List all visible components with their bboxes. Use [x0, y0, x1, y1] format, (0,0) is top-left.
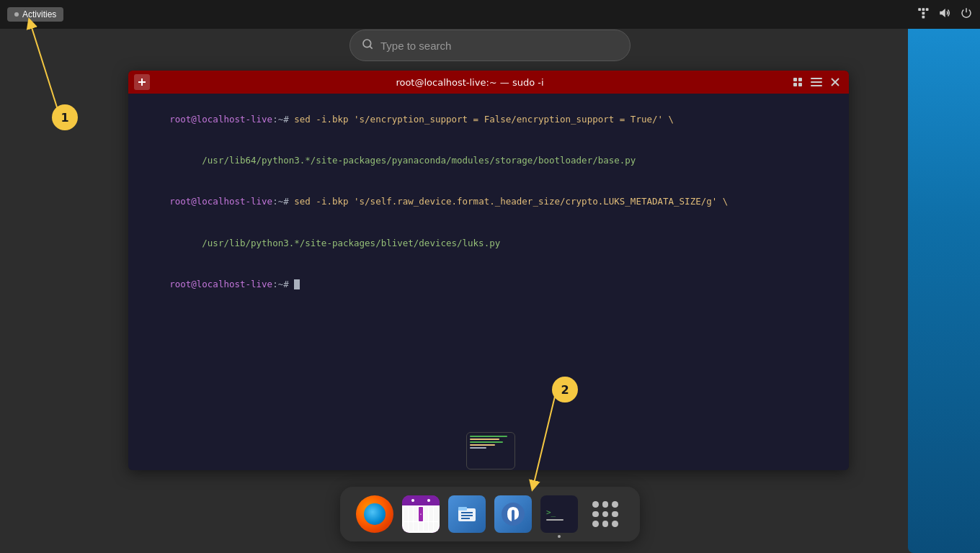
terminal-line-5: root@localhost-live:~#: [137, 264, 840, 305]
terminal-body[interactable]: root@localhost-live:~# sed -i.bkp 's/enc…: [128, 94, 849, 470]
calendar-body: •: [402, 505, 440, 533]
firefox-inner-globe: [364, 503, 386, 525]
terminal-thumbnail[interactable]: [466, 432, 515, 469]
top-bar: Activities: [0, 0, 980, 29]
dock-item-fedora[interactable]: [493, 494, 533, 534]
top-bar-right: [917, 6, 973, 22]
terminal-grid-button[interactable]: [790, 74, 806, 90]
firefox-icon: [356, 495, 393, 533]
terminal-line-3: root@localhost-live:~# sed -i.bkp 's/sel…: [137, 182, 840, 222]
appgrid-icon: [587, 495, 624, 533]
svg-rect-19: [458, 507, 467, 511]
svg-rect-2: [926, 8, 929, 11]
terminal-close-button[interactable]: [827, 74, 843, 90]
network-icon[interactable]: [917, 6, 930, 22]
svg-rect-3: [922, 12, 925, 15]
dock-item-appgrid[interactable]: [585, 494, 625, 534]
right-panel: [908, 0, 980, 553]
calendar-icon: •: [402, 495, 440, 533]
svg-rect-12: [798, 78, 802, 81]
calendar-top: [402, 495, 440, 505]
annotation-badge-1: 1: [52, 104, 78, 130]
terminal-line-1: root@localhost-live:~# sed -i.bkp 's/enc…: [137, 99, 840, 140]
dock-active-indicator: [558, 535, 561, 538]
dock: • >_: [340, 487, 640, 541]
svg-rect-4: [922, 16, 925, 19]
activities-label: Activities: [22, 9, 56, 19]
svg-rect-11: [793, 78, 797, 81]
svg-rect-13: [793, 83, 797, 86]
dock-item-firefox[interactable]: [355, 494, 395, 534]
terminal-line-4: /usr/lib/python3.*/site-packages/blivet/…: [137, 223, 840, 264]
svg-line-7: [370, 46, 372, 48]
dock-item-terminal[interactable]: >_: [539, 494, 579, 534]
terminal-controls-right: [790, 74, 843, 90]
svg-line-8: [30, 23, 58, 109]
search-bar[interactable]: [349, 30, 631, 61]
terminal-title: root@localhost-live:~ — sudo -i: [150, 77, 790, 88]
dock-item-calendar[interactable]: •: [401, 494, 441, 534]
terminal-line-2: /usr/lib64/python3.*/site-packages/pyana…: [137, 140, 840, 181]
svg-rect-0: [918, 8, 921, 11]
terminal-window[interactable]: root@localhost-live:~ — sudo -i: [128, 71, 849, 470]
activities-dot: [14, 12, 19, 17]
top-bar-left: Activities: [7, 7, 63, 22]
terminal-controls-left: [134, 74, 150, 90]
svg-point-6: [363, 40, 371, 48]
terminal-dock-icon: >_: [540, 495, 578, 533]
terminal-titlebar: root@localhost-live:~ — sudo -i: [128, 71, 849, 94]
power-icon[interactable]: [960, 6, 973, 22]
volume-icon[interactable]: [938, 6, 951, 22]
files-icon: [448, 495, 486, 533]
fedora-icon: [494, 495, 532, 533]
search-input[interactable]: [380, 40, 618, 52]
annotation-badge-2: 2: [552, 377, 578, 403]
dock-item-files[interactable]: [447, 494, 487, 534]
search-container: [349, 30, 631, 61]
hamburger-icon: [811, 78, 822, 86]
activities-button[interactable]: Activities: [7, 7, 63, 22]
svg-marker-5: [940, 9, 945, 17]
search-icon: [362, 38, 373, 53]
terminal-list-button[interactable]: [808, 74, 824, 90]
svg-point-23: [502, 503, 525, 526]
svg-rect-14: [798, 83, 802, 86]
terminal-new-tab-button[interactable]: [134, 74, 150, 90]
svg-rect-1: [922, 8, 925, 11]
